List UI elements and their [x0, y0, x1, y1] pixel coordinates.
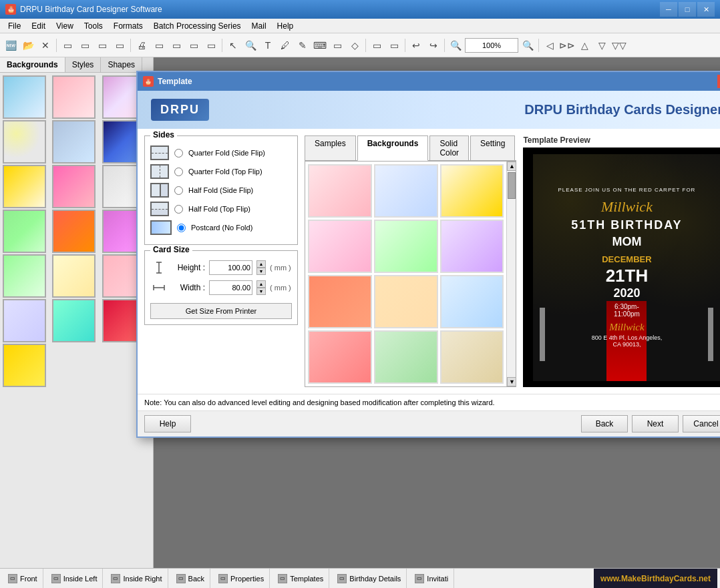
bg-thumb-7[interactable] — [3, 165, 46, 208]
tb-btn13[interactable]: ▭ — [329, 37, 345, 53]
tb-nav-up[interactable]: △ — [576, 37, 592, 53]
template-thumb-7[interactable] — [308, 275, 372, 328]
scroll-track[interactable] — [507, 171, 516, 377]
menu-help[interactable]: Help — [272, 20, 299, 32]
menu-batch[interactable]: Batch Processing Series — [148, 20, 246, 32]
template-thumb-6[interactable] — [440, 220, 504, 273]
cancel-button[interactable]: Cancel — [683, 415, 720, 432]
tab-shapes[interactable]: Shapes — [101, 57, 142, 72]
tb-nav-last[interactable]: ▽▽ — [611, 37, 627, 53]
status-properties[interactable]: ▭ Properties — [213, 569, 270, 588]
bg-thumb-16[interactable] — [3, 299, 46, 342]
bg-thumb-8[interactable] — [52, 165, 96, 208]
status-inside-right[interactable]: ▭ Inside Right — [106, 569, 168, 588]
next-button[interactable]: Next — [632, 415, 679, 432]
tab-samples[interactable]: Samples — [305, 135, 356, 160]
tb-btn1[interactable]: ▭ — [59, 37, 75, 53]
tb-btn3[interactable]: ▭ — [94, 37, 110, 53]
tab-setting[interactable]: Setting — [470, 135, 515, 160]
tb-btn14[interactable]: ◇ — [347, 37, 363, 53]
width-up-button[interactable]: ▲ — [256, 280, 266, 288]
delete-button[interactable]: ✕ — [37, 37, 53, 53]
tb-cursor[interactable]: ↖ — [225, 37, 241, 53]
tb-btn6[interactable]: ▭ — [168, 37, 184, 53]
tb-nav-dn[interactable]: ▽ — [594, 37, 610, 53]
tb-btn7[interactable]: ▭ — [186, 37, 202, 53]
template-thumb-3[interactable] — [440, 164, 504, 218]
bg-thumb-17[interactable] — [52, 299, 96, 342]
tb-text[interactable]: T — [260, 37, 276, 53]
menu-mail[interactable]: Mail — [246, 20, 272, 32]
tb-nav-back[interactable]: ◁ — [542, 37, 558, 53]
status-front[interactable]: ▭ Front — [3, 569, 43, 588]
scroll-thumb[interactable] — [508, 172, 516, 199]
maximize-button[interactable]: □ — [679, 2, 696, 17]
bg-thumb-11[interactable] — [52, 210, 96, 253]
radio-half-top-input[interactable] — [174, 205, 183, 214]
tb-zoom-out[interactable]: 🔍 — [447, 37, 464, 53]
menu-view[interactable]: View — [51, 20, 79, 32]
tb-btn2[interactable]: ▭ — [77, 37, 93, 53]
get-size-button[interactable]: Get Size From Printer — [150, 303, 292, 319]
modal-close-button[interactable]: ✕ — [717, 75, 720, 88]
status-inside-left[interactable]: ▭ Inside Left — [46, 569, 104, 588]
bg-thumb-4[interactable] — [3, 120, 46, 164]
tb-btn16[interactable]: ▭ — [386, 37, 402, 53]
open-button[interactable]: 📂 — [20, 37, 36, 53]
tb-btn10[interactable]: 🖊 — [277, 37, 293, 53]
template-thumb-1[interactable] — [308, 164, 372, 218]
new-button[interactable]: 🆕 — [3, 37, 19, 53]
zoom-input[interactable]: 100% — [465, 38, 518, 53]
template-thumb-9[interactable] — [440, 275, 504, 328]
close-button[interactable]: ✕ — [697, 2, 715, 17]
tab-backgrounds[interactable]: Backgrounds — [357, 135, 429, 161]
menu-formats[interactable]: Formats — [108, 20, 148, 32]
tb-zoom-in[interactable]: 🔍 — [520, 37, 536, 53]
tb-undo[interactable]: ↩ — [408, 37, 424, 53]
bg-thumb-14[interactable] — [52, 254, 96, 298]
width-input[interactable] — [209, 280, 252, 295]
bg-thumb-10[interactable] — [3, 210, 46, 253]
tb-btn12[interactable]: ⌨ — [312, 37, 328, 53]
tb-nav-fwd[interactable]: ⊳⊳ — [559, 37, 575, 53]
template-thumb-5[interactable] — [374, 220, 438, 273]
tb-btn5[interactable]: ▭ — [151, 37, 167, 53]
radio-quarter-side-input[interactable] — [174, 149, 183, 158]
bg-thumb-13[interactable] — [3, 254, 46, 298]
tb-print[interactable]: 🖨 — [134, 37, 150, 53]
menu-file[interactable]: File — [3, 20, 26, 32]
template-thumb-8[interactable] — [374, 275, 438, 328]
template-scrollbar[interactable]: ▲ ▼ — [506, 162, 516, 386]
tb-btn8[interactable]: ▭ — [203, 37, 219, 53]
radio-postcard-input[interactable] — [177, 224, 186, 232]
bg-thumb-5[interactable] — [52, 120, 96, 164]
height-up-button[interactable]: ▲ — [256, 260, 266, 268]
radio-half-side-input[interactable] — [174, 186, 183, 195]
template-thumb-2[interactable] — [374, 164, 438, 218]
minimize-button[interactable]: ─ — [660, 2, 677, 17]
scroll-up-arrow[interactable]: ▲ — [507, 162, 516, 171]
bg-thumb-2[interactable] — [52, 75, 96, 119]
back-button[interactable]: Back — [581, 415, 628, 432]
template-thumb-11[interactable] — [374, 330, 438, 384]
bg-thumb-19[interactable] — [3, 344, 46, 387]
status-birthday-details[interactable]: ▭ Birthday Details — [332, 569, 407, 588]
tab-backgrounds[interactable]: Backgrounds — [0, 57, 65, 72]
tb-btn15[interactable]: ▭ — [369, 37, 385, 53]
tb-btn4[interactable]: ▭ — [112, 37, 128, 53]
tab-styles[interactable]: Styles — [65, 57, 102, 72]
status-back[interactable]: ▭ Back — [171, 569, 210, 588]
menu-edit[interactable]: Edit — [26, 20, 51, 32]
template-thumb-10[interactable] — [308, 330, 372, 384]
height-input[interactable] — [209, 260, 252, 275]
template-thumb-4[interactable] — [308, 220, 372, 273]
height-down-button[interactable]: ▼ — [256, 268, 266, 275]
bg-thumb-1[interactable] — [3, 75, 46, 119]
menu-tools[interactable]: Tools — [79, 20, 108, 32]
template-thumb-12[interactable] — [440, 330, 504, 384]
tb-redo[interactable]: ↪ — [425, 37, 441, 53]
scroll-down-arrow[interactable]: ▼ — [507, 377, 516, 386]
help-button[interactable]: Help — [144, 415, 191, 432]
status-invitati[interactable]: ▭ Invitati — [409, 569, 454, 588]
radio-quarter-top-input[interactable] — [174, 168, 183, 176]
